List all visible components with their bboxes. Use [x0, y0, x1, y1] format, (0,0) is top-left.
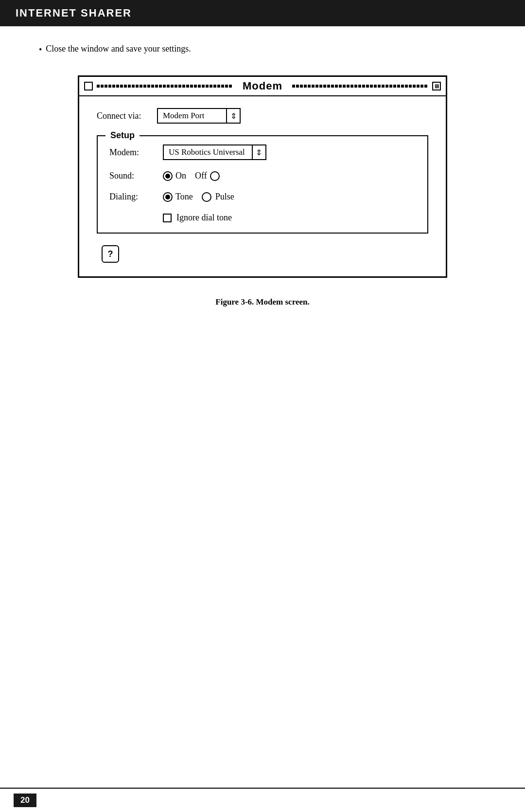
sound-label: Sound:: [109, 171, 153, 181]
connect-via-label: Connect via:: [97, 111, 150, 121]
dialing-tone-label: Tone: [175, 192, 193, 202]
modem-value: US Robotics Universal: [164, 145, 252, 159]
sound-on-radio[interactable]: [163, 171, 173, 181]
title-bar: Modem ⊞: [79, 77, 446, 96]
instruction-line: • Close the window and save your setting…: [39, 44, 486, 56]
header-bar: Internet Sharer: [0, 0, 525, 26]
sound-radio-group: On Off: [163, 171, 220, 181]
help-button[interactable]: ?: [102, 245, 119, 263]
dialing-pulse-label: Pulse: [215, 192, 234, 202]
header-title: Internet Sharer: [16, 7, 132, 19]
dialing-label: Dialing:: [109, 192, 153, 202]
dialing-pulse-radio[interactable]: [202, 192, 211, 202]
ignore-dial-tone-checkbox[interactable]: [163, 214, 172, 222]
dialog-title: Modem: [237, 80, 288, 92]
figure-caption: Figure 3-6. Modem screen.: [39, 297, 486, 307]
sound-on-label: On: [175, 171, 186, 181]
sound-off-label: Off: [195, 171, 207, 181]
instruction-text: Close the window and save your settings.: [46, 44, 191, 54]
zoom-button[interactable]: ⊞: [432, 82, 441, 90]
connect-via-row: Connect via: Modem Port ⇕: [97, 108, 428, 124]
modem-row: Modem: US Robotics Universal ⇕: [109, 144, 416, 160]
ignore-dial-tone-label: Ignore dial tone: [176, 213, 232, 223]
connect-via-arrow[interactable]: ⇕: [226, 109, 240, 123]
dialing-tone-radio[interactable]: [163, 192, 173, 202]
title-bar-lines-left: [97, 85, 233, 88]
sound-row: Sound: On Off: [109, 171, 416, 181]
sound-on-option[interactable]: On: [163, 171, 186, 181]
title-bar-lines-right: [292, 85, 428, 88]
dialog-body: Connect via: Modem Port ⇕ Setup Modem: U…: [79, 96, 446, 276]
dialing-pulse-option[interactable]: Pulse: [202, 192, 234, 202]
page-number: 20: [14, 794, 36, 807]
modem-dialog: Modem ⊞ Connect via: Modem Port ⇕ Setup: [78, 75, 447, 278]
setup-legend: Setup: [105, 130, 140, 141]
close-button[interactable]: [84, 82, 93, 90]
dialing-radio-group: Tone Pulse: [163, 192, 234, 202]
help-icon: ?: [108, 249, 113, 259]
zoom-icon: ⊞: [435, 83, 439, 90]
connect-via-value: Modem Port: [158, 109, 226, 123]
dialing-tone-option[interactable]: Tone: [163, 192, 193, 202]
footer: 20: [0, 788, 525, 812]
sound-off-option[interactable]: Off: [195, 171, 220, 181]
ignore-dial-tone-row: Ignore dial tone: [163, 213, 416, 223]
setup-group: Setup Modem: US Robotics Universal ⇕ Sou…: [97, 135, 428, 234]
bullet-point: •: [39, 44, 42, 56]
setup-group-content: Modem: US Robotics Universal ⇕ Sound: O: [98, 144, 427, 223]
connect-via-dropdown[interactable]: Modem Port ⇕: [157, 108, 241, 124]
sound-off-radio[interactable]: [210, 171, 220, 181]
modem-label: Modem:: [109, 147, 153, 158]
dialing-row: Dialing: Tone Pulse: [109, 192, 416, 202]
modem-arrow[interactable]: ⇕: [252, 145, 265, 159]
content-area: • Close the window and save your setting…: [0, 44, 525, 307]
modem-dropdown[interactable]: US Robotics Universal ⇕: [163, 144, 266, 160]
